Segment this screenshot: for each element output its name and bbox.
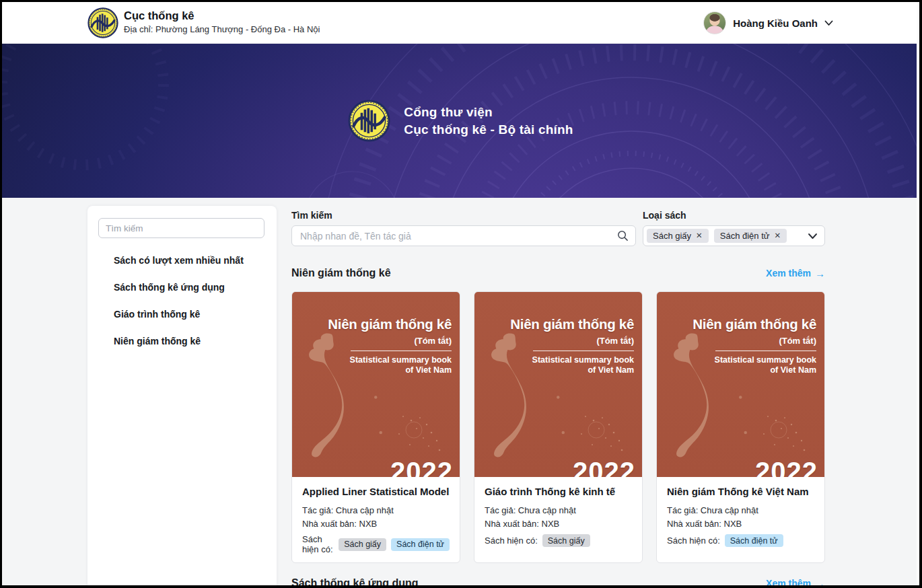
book-availability: Sách hiện có: Sách giấy Sách điện tử <box>302 534 450 554</box>
type-chip-ebook-label: Sách điện tử <box>720 231 770 241</box>
cover-subtitle: (Tóm tắt) <box>693 336 816 346</box>
sidebar: Sách có lượt xem nhiều nhất Sách thống k… <box>87 206 277 585</box>
main-content: Tìm kiếm Loại sách Sách giấy ✕ Sách điện… <box>291 198 825 585</box>
section-title: Niên giám thống kê <box>291 267 391 279</box>
book-author: Tác giả: Chưa cập nhật <box>667 504 814 517</box>
book-type-label: Loại sách <box>643 210 686 221</box>
cover-eng-line1: Statistical summary book <box>328 355 452 365</box>
book-type-select[interactable]: Sách giấy ✕ Sách điện tử ✕ <box>643 225 825 246</box>
portal-title: Cổng thư viện Cục thống kê - Bộ tài chín… <box>404 104 573 139</box>
sidebar-item-yearbook[interactable]: Niên giám thống kê <box>87 328 277 355</box>
book-publisher: Nhà xuất bản: NXB <box>667 517 814 531</box>
user-menu[interactable]: Hoàng Kiều Oanh <box>703 11 833 34</box>
search-label: Tìm kiếm <box>291 210 332 221</box>
cover-rule <box>351 351 452 351</box>
gso-logo-large-icon <box>348 100 390 142</box>
sidebar-item-most-viewed[interactable]: Sách có lượt xem nhiều nhất <box>87 247 277 274</box>
book-availability: Sách hiện có: Sách giấy <box>485 534 632 547</box>
hero-banner: Cổng thư viện Cục thống kê - Bộ tài chín… <box>2 44 919 198</box>
sidebar-item-textbooks[interactable]: Giáo trình thống kê <box>87 301 277 328</box>
remove-ebook-icon[interactable]: ✕ <box>774 232 781 240</box>
book-title[interactable]: Niên giám Thống kê Việt Nam <box>667 486 814 497</box>
cover-rule <box>533 351 634 351</box>
availability-label: Sách hiện có: <box>485 536 538 546</box>
sidebar-menu: Sách có lượt xem nhiều nhất Sách thống k… <box>87 247 277 355</box>
type-chip-ebook: Sách điện tử ✕ <box>714 229 787 243</box>
tag-paper-book: Sách giấy <box>542 534 590 547</box>
book-title[interactable]: Applied Liner Statistical Models <box>302 486 450 497</box>
tag-ebook: Sách điện tử <box>391 538 450 551</box>
cover-text: Niên giám thống kê (Tóm tắt) Statistical… <box>693 316 816 375</box>
book-info: Applied Liner Statistical Models Tác giả… <box>292 477 460 562</box>
chevron-down-icon[interactable] <box>824 20 833 26</box>
book-publisher: Nhà xuất bản: NXB <box>485 517 632 531</box>
book-cover: Niên giám thống kê (Tóm tắt) Statistical… <box>292 292 460 477</box>
title-search <box>291 225 636 246</box>
org-name: Cục thống kê <box>124 8 320 23</box>
select-chevron-down-icon[interactable] <box>808 233 818 240</box>
gso-logo-icon <box>87 7 118 38</box>
section-applied-header: Sách thống kê ứng dụng Xem thêm → <box>291 577 825 585</box>
cover-year: 2022 <box>390 457 453 477</box>
org-address: Địa chỉ: Phường Láng Thượng - Đống Đa - … <box>124 24 320 34</box>
see-more-link[interactable]: Xem thêm → <box>766 578 825 586</box>
book-cover: Niên giám thống kê (Tóm tắt) Statistical… <box>474 292 642 477</box>
book-cover: Niên giám thống kê (Tóm tắt) Statistical… <box>657 292 824 477</box>
title-search-input[interactable] <box>291 225 636 246</box>
arrow-right-icon: → <box>815 578 825 586</box>
sidebar-item-applied-statistics[interactable]: Sách thống kê ứng dụng <box>87 274 277 301</box>
cover-eng-line1: Statistical summary book <box>510 355 634 365</box>
availability-label: Sách hiện có: <box>667 536 720 546</box>
remove-paper-icon[interactable]: ✕ <box>696 232 703 240</box>
section-yearbook-header: Niên giám thống kê Xem thêm → <box>291 267 825 279</box>
cover-eng-line2: of Viet Nam <box>510 365 634 375</box>
book-card[interactable]: Niên giám thống kê (Tóm tắt) Statistical… <box>656 291 825 563</box>
book-card[interactable]: Niên giám thống kê (Tóm tắt) Statistical… <box>291 291 460 563</box>
cover-eng-line2: of Viet Nam <box>328 365 452 375</box>
banner-content: Cổng thư viện Cục thống kê - Bộ tài chín… <box>2 44 919 198</box>
page: Cục thống kê Địa chỉ: Phường Láng Thượng… <box>2 2 919 585</box>
island-speckles <box>572 411 633 458</box>
book-info: Niên giám Thống kê Việt Nam Tác giả: Chư… <box>657 477 824 555</box>
browser-window: Cục thống kê Địa chỉ: Phường Láng Thượng… <box>0 0 922 588</box>
section-title: Sách thống kê ứng dụng <box>291 577 418 585</box>
see-more-link[interactable]: Xem thêm → <box>766 268 825 279</box>
island-speckles <box>754 411 815 458</box>
book-publisher: Nhà xuất bản: NXB <box>302 517 450 531</box>
search-icon[interactable] <box>617 230 629 242</box>
cover-year: 2022 <box>755 457 818 477</box>
cover-eng-line1: Statistical summary book <box>693 355 816 365</box>
tag-ebook: Sách điện tử <box>725 534 783 547</box>
portal-title-line1: Cổng thư viện <box>404 104 573 121</box>
cover-rule <box>715 351 816 351</box>
island-speckles <box>390 411 450 458</box>
arrow-right-icon: → <box>815 268 825 279</box>
book-info: Giáo trình Thống kê kinh tế Tác giả: Chư… <box>474 477 642 555</box>
cover-title: Niên giám thống kê <box>328 316 452 332</box>
portal-title-line2: Cục thống kê - Bộ tài chính <box>404 121 573 139</box>
avatar[interactable] <box>703 11 726 34</box>
cover-text: Niên giám thống kê (Tóm tắt) Statistical… <box>510 316 634 375</box>
book-card[interactable]: Niên giám thống kê (Tóm tắt) Statistical… <box>474 291 643 563</box>
tag-paper-book: Sách giấy <box>339 538 386 551</box>
book-availability: Sách hiện có: Sách điện tử <box>667 534 814 547</box>
cover-year: 2022 <box>573 457 635 477</box>
cover-title: Niên giám thống kê <box>693 316 816 332</box>
cover-subtitle: (Tóm tắt) <box>510 336 634 346</box>
cover-title: Niên giám thống kê <box>510 316 634 332</box>
book-card-row: Niên giám thống kê (Tóm tắt) Statistical… <box>291 291 825 563</box>
cover-eng-line2: of Viet Nam <box>693 365 816 375</box>
top-header: Cục thống kê Địa chỉ: Phường Láng Thượng… <box>2 2 919 44</box>
book-author: Tác giả: Chưa cập nhật <box>485 504 632 517</box>
book-title[interactable]: Giáo trình Thống kê kinh tế <box>485 486 632 497</box>
scrollbar[interactable] <box>917 2 919 585</box>
sidebar-search-input[interactable] <box>98 218 264 238</box>
type-chip-paper: Sách giấy ✕ <box>647 229 709 243</box>
availability-label: Sách hiện có: <box>302 534 334 554</box>
book-author: Tác giả: Chưa cập nhật <box>302 504 450 517</box>
user-name: Hoàng Kiều Oanh <box>733 17 818 29</box>
cover-subtitle: (Tóm tắt) <box>328 336 452 346</box>
see-more-label: Xem thêm <box>766 578 811 585</box>
type-chip-paper-label: Sách giấy <box>653 231 691 241</box>
org-identity: Cục thống kê Địa chỉ: Phường Láng Thượng… <box>124 8 320 34</box>
